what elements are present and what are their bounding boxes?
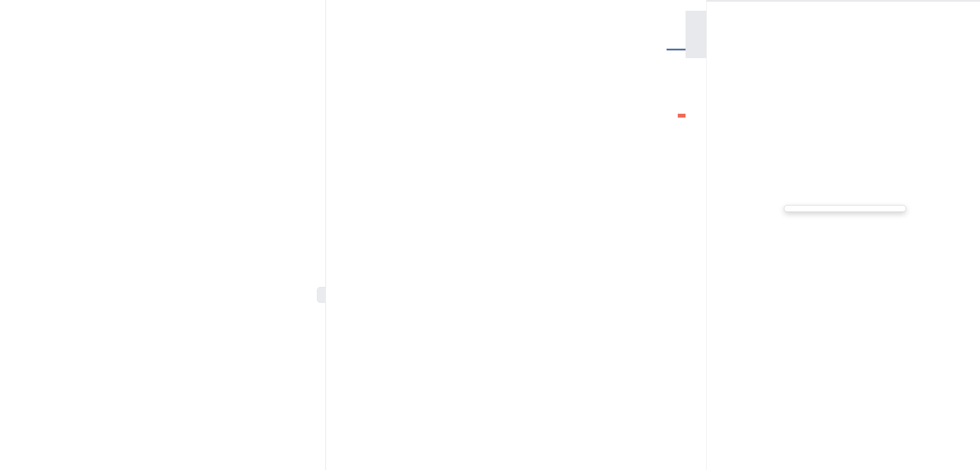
vscode-window [0,0,980,470]
scrollbar-slider[interactable] [686,11,706,58]
repositories-list [707,0,980,2]
diff-modified-pane[interactable] [326,0,686,470]
deleted-lines-marker [678,114,686,118]
overview-cursor-marker [667,49,686,50]
context-menu [784,205,906,212]
changes-section-header[interactable] [707,3,980,16]
diff-original-pane[interactable] [0,0,326,470]
source-control-sidebar [706,0,980,470]
overview-ruler[interactable] [686,0,706,470]
